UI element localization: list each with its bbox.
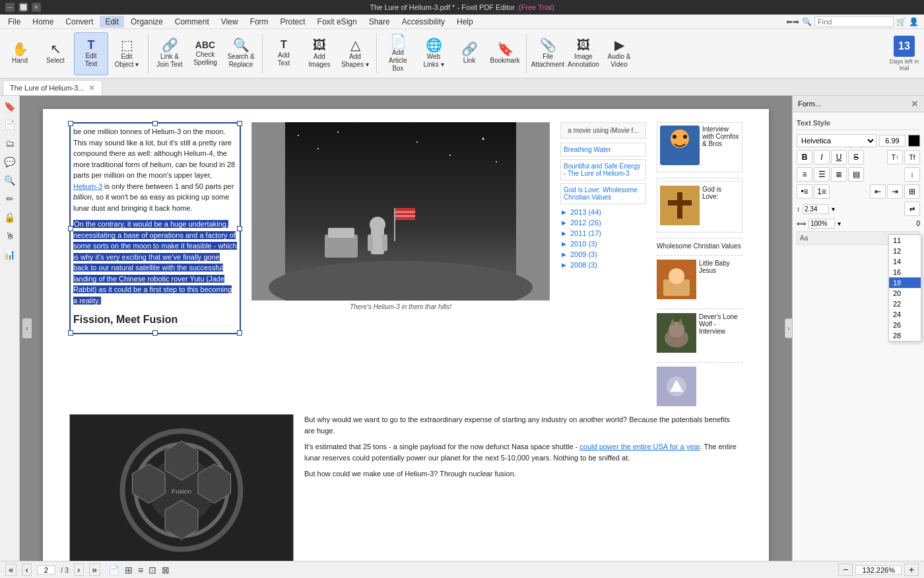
bookmark-tool[interactable]: 🔖 Bookmark — [488, 32, 522, 75]
usa-power-link[interactable]: could power the entire USA for a year — [579, 443, 700, 451]
align-justify-button[interactable]: ▤ — [848, 167, 864, 182]
zoom-in-button[interactable]: + — [904, 563, 919, 576]
page-number-input[interactable] — [37, 565, 55, 575]
find-input[interactable] — [814, 17, 894, 27]
page-left-arrow[interactable]: ‹ — [22, 318, 32, 338]
helium3-link[interactable]: Helium-3 — [73, 182, 102, 190]
sidebar-layers-icon[interactable]: 🗂 — [2, 135, 18, 151]
font-color-swatch[interactable] — [908, 135, 920, 147]
link-tool[interactable]: 🔗 Link — [452, 32, 486, 75]
unordered-list-button[interactable]: •≡ — [797, 184, 812, 199]
font-size-28[interactable]: 28 — [889, 330, 921, 341]
page-view-icon-3[interactable]: ≡ — [138, 565, 143, 575]
document-tab[interactable]: The Lure of Helium-3... ✕ — [3, 80, 102, 95]
add-text-tool[interactable]: T AddText — [267, 32, 301, 75]
zoom-level-input[interactable] — [855, 565, 902, 575]
menu-file[interactable]: File — [3, 16, 26, 28]
menu-foxit-esign[interactable]: Foxit eSign — [312, 16, 362, 28]
search-replace-tool[interactable]: 🔍 Search &Replace — [224, 32, 258, 75]
maximize-button[interactable]: ⬜ — [18, 3, 28, 12]
page-view-icon-4[interactable]: ⊡ — [148, 565, 156, 575]
font-size-24[interactable]: 24 — [889, 309, 921, 320]
menu-protect[interactable]: Protect — [275, 16, 311, 28]
add-shapes-tool[interactable]: △ AddShapes ▾ — [338, 32, 372, 75]
font-size-input[interactable] — [879, 135, 906, 147]
sidebar-comments-icon[interactable]: 💬 — [2, 154, 18, 170]
text-block-main[interactable]: be one million tonnes of Helium-3 on the… — [69, 122, 241, 334]
menu-organize[interactable]: Organize — [125, 16, 168, 28]
minimize-button[interactable]: — — [5, 3, 15, 12]
first-page-button[interactable]: « — [5, 563, 16, 576]
ordered-list-button[interactable]: 1≡ — [814, 184, 830, 199]
font-size-11[interactable]: 11 — [889, 235, 921, 246]
sidebar-pages-icon[interactable]: 📄 — [2, 117, 18, 133]
page-view-icon-1[interactable]: 📄 — [108, 565, 119, 575]
last-page-button[interactable]: » — [89, 563, 100, 576]
zoom-out-button[interactable]: − — [838, 563, 853, 576]
panel-collapse-arrow[interactable]: › — [785, 318, 793, 338]
font-size-14[interactable]: 14 — [889, 256, 921, 267]
sidebar-select-icon[interactable]: 🖱 — [2, 228, 18, 244]
menu-accessibility[interactable]: Accessibility — [397, 16, 450, 28]
close-button[interactable]: ✕ — [32, 3, 41, 12]
prev-page-button[interactable]: ‹ — [22, 563, 31, 576]
page-view-icon-5[interactable]: ⊠ — [162, 565, 170, 575]
align-center-button[interactable]: ☰ — [814, 167, 830, 182]
columns-button[interactable]: ⊞ — [904, 184, 920, 199]
add-images-tool[interactable]: 🖼 AddImages — [302, 32, 337, 75]
check-spelling-tool[interactable]: ABC CheckSpelling — [188, 32, 222, 75]
select-tool[interactable]: ↖ Select — [38, 32, 73, 75]
sidebar-search-icon[interactable]: 🔍 — [2, 172, 18, 188]
font-size-16[interactable]: 16 — [889, 267, 921, 277]
link-join-tool[interactable]: 🔗 Link &Join Text — [152, 32, 187, 75]
menu-share[interactable]: Share — [364, 16, 395, 28]
sidebar-data-icon[interactable]: 📊 — [2, 246, 18, 262]
vertical-align-button[interactable]: ↕ — [904, 167, 920, 182]
edit-text-tool[interactable]: T EditText — [74, 32, 108, 75]
menu-home[interactable]: Home — [27, 16, 59, 28]
bountiful-title[interactable]: Bountiful and Safe Energy - The Lure of … — [564, 163, 643, 177]
tab-close-button[interactable]: ✕ — [88, 83, 95, 92]
font-size-20[interactable]: 20 — [889, 288, 921, 299]
font-size-18[interactable]: 18 — [889, 277, 921, 288]
strikethrough-button[interactable]: S — [848, 150, 864, 164]
bold-button[interactable]: B — [797, 150, 812, 164]
indent-increase-button[interactable]: ⇥ — [887, 184, 903, 199]
web-links-tool[interactable]: 🌐 WebLinks ▾ — [416, 32, 451, 75]
nav-icon[interactable]: ⬅➡ — [786, 17, 799, 26]
god-love-title[interactable]: God is Love: Wholesome Christian Values — [564, 186, 643, 201]
archive-2011[interactable]: ► 2011 (17) — [560, 229, 646, 237]
sidebar-bookmark-icon[interactable]: 🔖 — [2, 98, 18, 114]
font-size-26[interactable]: 26 — [889, 320, 921, 330]
archive-2012[interactable]: ► 2012 (26) — [560, 219, 646, 227]
archive-2009[interactable]: ► 2009 (3) — [560, 250, 646, 258]
image-annotation-tool[interactable]: 🖼 ImageAnnotation — [566, 32, 601, 75]
next-page-button[interactable]: › — [74, 563, 83, 576]
indent-decrease-button[interactable]: ⇤ — [870, 184, 886, 199]
breathing-water-title[interactable]: Breathing Water — [564, 146, 643, 153]
align-left-button[interactable]: ≡ — [797, 167, 812, 182]
archive-2013[interactable]: ► 2013 (44) — [560, 208, 646, 216]
archive-2010[interactable]: ► 2010 (3) — [560, 240, 646, 248]
font-size-22[interactable]: 22 — [889, 299, 921, 309]
menu-help[interactable]: Help — [451, 16, 478, 28]
sidebar-security-icon[interactable]: 🔒 — [2, 209, 18, 225]
italic-button[interactable]: I — [814, 150, 830, 164]
font-size-12[interactable]: 12 — [889, 246, 921, 256]
window-controls[interactable]: — ⬜ ✕ — [5, 3, 41, 12]
archive-2008[interactable]: ► 2008 (3) — [560, 261, 646, 269]
cart-icon[interactable]: 🛒 — [896, 17, 906, 26]
panel-close-button[interactable]: ✕ — [911, 98, 919, 109]
menu-view[interactable]: View — [216, 16, 244, 28]
line-spacing-input[interactable] — [803, 204, 829, 214]
menu-edit[interactable]: Edit — [100, 16, 124, 28]
edit-object-tool[interactable]: ⬚ EditObject ▾ — [110, 32, 144, 75]
text-direction-button[interactable]: ⇄ — [904, 201, 920, 216]
page-view-icon-2[interactable]: ⊞ — [125, 565, 133, 575]
menu-comment[interactable]: Comment — [170, 16, 214, 28]
font-format-button[interactable]: Tf — [904, 150, 920, 164]
hand-tool[interactable]: ✋ Hand — [3, 32, 37, 75]
scale-input[interactable] — [808, 219, 835, 229]
align-right-button[interactable]: ≣ — [831, 167, 847, 182]
search-icon-top[interactable]: 🔍 — [802, 17, 812, 26]
